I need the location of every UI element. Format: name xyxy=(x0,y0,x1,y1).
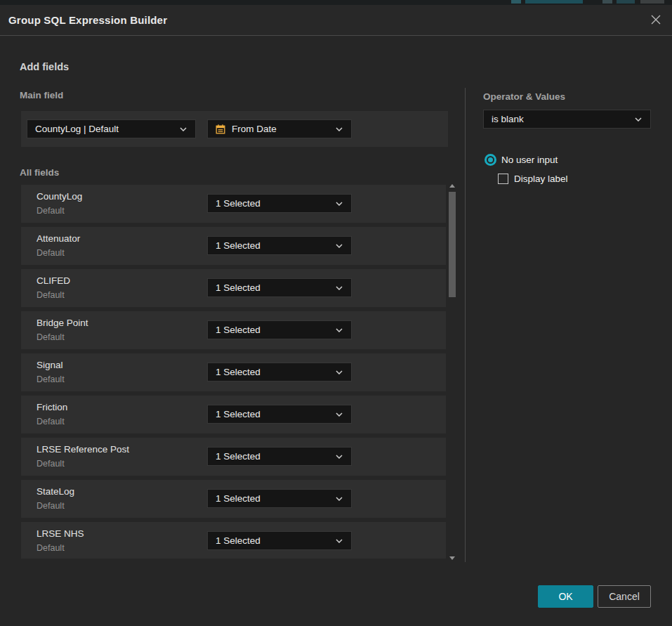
dropdown-value: is blank xyxy=(484,114,635,124)
background-fragment xyxy=(640,0,664,4)
dropdown-value: 1 Selected xyxy=(208,240,336,251)
field-row: Attenuator Default 1 Selected xyxy=(21,227,446,265)
dropdown-value: CountyLog | Default xyxy=(27,124,180,134)
dropdown-value: 1 Selected xyxy=(208,493,336,504)
scroll-down-arrow-icon[interactable] xyxy=(449,556,455,560)
field-selection-dropdown[interactable]: 1 Selected xyxy=(207,363,352,382)
field-subtitle: Default xyxy=(37,543,65,553)
no-user-input-label: No user input xyxy=(501,155,558,165)
field-name: CountyLog xyxy=(37,191,82,202)
operator-values-heading: Operator & Values xyxy=(483,91,565,102)
field-name: Bridge Point xyxy=(37,318,88,328)
main-field-label: Main field xyxy=(20,90,63,100)
background-app-strip xyxy=(0,0,672,5)
dropdown-value: 1 Selected xyxy=(208,282,336,293)
field-subtitle: Default xyxy=(37,459,65,469)
all-fields-list: CountyLog Default 1 Selected Attenuator … xyxy=(21,185,446,559)
field-subtitle: Default xyxy=(37,374,65,384)
field-name: StateLog xyxy=(37,486,74,497)
panel-divider xyxy=(465,88,466,562)
dropdown-value: From Date xyxy=(224,124,336,134)
chevron-down-icon xyxy=(336,455,343,459)
field-subtitle: Default xyxy=(37,417,65,426)
field-name: LRSE NHS xyxy=(37,528,84,539)
field-selection-dropdown[interactable]: 1 Selected xyxy=(207,447,352,466)
chevron-down-icon xyxy=(336,539,343,543)
field-subtitle: Default xyxy=(37,206,65,216)
dropdown-value: 1 Selected xyxy=(208,198,336,209)
field-selection-dropdown[interactable]: 1 Selected xyxy=(207,278,352,297)
dropdown-value: 1 Selected xyxy=(208,325,336,335)
dropdown-value: 1 Selected xyxy=(208,535,336,546)
field-row: StateLog Default 1 Selected xyxy=(21,480,446,518)
dialog-titlebar: Group SQL Expression Builder xyxy=(0,5,672,36)
chevron-down-icon xyxy=(336,412,343,417)
all-fields-label: All fields xyxy=(20,167,59,178)
display-label-option[interactable]: Display label xyxy=(498,174,568,184)
radio-selected-icon[interactable] xyxy=(485,154,496,166)
field-subtitle: Default xyxy=(37,501,65,511)
background-fragment xyxy=(602,0,612,4)
field-name: Attenuator xyxy=(37,233,80,244)
background-fragment xyxy=(511,0,521,4)
field-subtitle: Default xyxy=(37,290,65,300)
field-selection-dropdown[interactable]: 1 Selected xyxy=(207,531,352,550)
field-row: Friction Default 1 Selected xyxy=(21,396,446,433)
chevron-down-icon xyxy=(336,497,343,501)
dropdown-value: 1 Selected xyxy=(208,409,336,419)
field-selection-dropdown[interactable]: 1 Selected xyxy=(207,405,352,424)
dropdown-value: 1 Selected xyxy=(208,451,336,462)
field-subtitle: Default xyxy=(37,248,65,258)
main-field-panel: CountyLog | Default From Date xyxy=(21,111,448,147)
dialog-title: Group SQL Expression Builder xyxy=(8,5,167,35)
no-user-input-option[interactable]: No user input xyxy=(485,154,558,166)
field-row: LRSE NHS Default 1 Selected xyxy=(21,522,446,559)
close-icon[interactable] xyxy=(648,12,664,27)
scrollbar-thumb[interactable] xyxy=(449,192,456,297)
chevron-down-icon xyxy=(336,328,343,332)
add-fields-heading: Add fields xyxy=(20,61,69,72)
dropdown-value: 1 Selected xyxy=(208,367,336,377)
operator-dropdown[interactable]: is blank xyxy=(483,110,651,129)
scroll-up-arrow-icon[interactable] xyxy=(449,184,455,188)
chevron-down-icon xyxy=(180,127,187,131)
field-name: CLIFED xyxy=(37,275,70,286)
field-row: CLIFED Default 1 Selected xyxy=(21,269,446,307)
field-selection-dropdown[interactable]: 1 Selected xyxy=(207,489,352,508)
checkbox-unchecked-icon[interactable] xyxy=(498,174,508,184)
main-field-date-dropdown[interactable]: From Date xyxy=(207,119,352,138)
chevron-down-icon xyxy=(336,202,343,206)
background-fragment xyxy=(617,0,635,4)
chevron-down-icon xyxy=(336,286,343,290)
chevron-down-icon xyxy=(635,117,642,122)
field-selection-dropdown[interactable]: 1 Selected xyxy=(207,320,352,339)
main-field-source-dropdown[interactable]: CountyLog | Default xyxy=(27,119,196,138)
cancel-button[interactable]: Cancel xyxy=(598,585,651,608)
field-name: Friction xyxy=(37,402,67,412)
background-fragment xyxy=(525,0,583,4)
display-label-text: Display label xyxy=(514,174,568,184)
field-name: LRSE Reference Post xyxy=(37,444,129,455)
field-name: Signal xyxy=(37,360,63,370)
field-selection-dropdown[interactable]: 1 Selected xyxy=(207,194,352,213)
field-row: LRSE Reference Post Default 1 Selected xyxy=(21,438,446,476)
chevron-down-icon xyxy=(336,370,343,374)
field-row: CountyLog Default 1 Selected xyxy=(21,185,446,223)
ok-button[interactable]: OK xyxy=(538,585,593,608)
screen: Group SQL Expression Builder Add fields … xyxy=(0,0,672,626)
list-scrollbar[interactable] xyxy=(447,181,457,563)
chevron-down-icon xyxy=(336,127,343,131)
field-selection-dropdown[interactable]: 1 Selected xyxy=(207,236,352,255)
field-row: Signal Default 1 Selected xyxy=(21,353,446,391)
field-subtitle: Default xyxy=(37,332,65,342)
chevron-down-icon xyxy=(336,244,343,248)
group-sql-expression-builder-dialog: Group SQL Expression Builder Add fields … xyxy=(0,5,672,626)
field-row: Bridge Point Default 1 Selected xyxy=(21,311,446,349)
